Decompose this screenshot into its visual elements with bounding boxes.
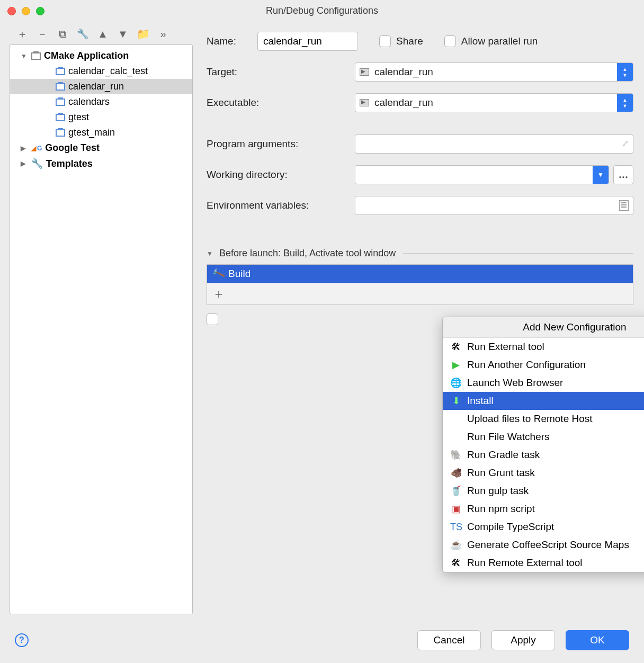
popup-item[interactable]: Run File Watchers <box>443 428 644 446</box>
popup-item[interactable]: ▶Run Another Configuration <box>443 356 644 374</box>
copy-config-button[interactable]: ⧉ <box>55 28 70 40</box>
tree-group-label: Google Test <box>45 142 100 154</box>
edit-defaults-button[interactable]: 🔧 <box>75 28 90 40</box>
executable-label: Executable: <box>207 97 355 109</box>
minimize-window-button[interactable] <box>22 7 30 15</box>
name-input[interactable] <box>257 32 358 51</box>
checkbox-icon[interactable] <box>207 313 218 325</box>
expand-arrow-icon[interactable] <box>21 52 28 60</box>
play-icon: ▶ <box>450 359 462 371</box>
googletest-icon: ◢G <box>31 145 42 152</box>
move-up-button[interactable]: ▲ <box>95 28 110 40</box>
popup-item[interactable]: 🐗Run Grunt task <box>443 464 644 482</box>
tree-item[interactable]: calendar_calc_test <box>10 64 192 79</box>
env-label: Environment variables: <box>207 200 355 211</box>
popup-item[interactable]: Upload files to Remote Host <box>443 410 644 428</box>
help-button[interactable]: ? <box>15 633 29 647</box>
dialog-content: ＋ － ⧉ 🔧 ▲ ▼ 📁 » CMake Application calend… <box>0 22 644 621</box>
add-config-button[interactable]: ＋ <box>15 28 30 40</box>
exe-icon <box>360 99 369 106</box>
sidebar: ＋ － ⧉ 🔧 ▲ ▼ 📁 » CMake Application calend… <box>0 22 196 621</box>
install-icon: ⬇ <box>450 395 462 407</box>
cmake-icon <box>56 68 65 75</box>
remove-config-button[interactable]: － <box>35 28 50 40</box>
folder-button[interactable]: 📁 <box>136 28 150 40</box>
collapse-arrow-icon[interactable] <box>207 250 214 257</box>
expand-icon[interactable]: ⤢ <box>622 138 629 148</box>
wrench-icon: 🛠 <box>450 342 462 353</box>
dialog-footer: ? Cancel Apply OK <box>0 621 644 663</box>
name-label: Name: <box>207 35 257 47</box>
args-input[interactable]: ⤢ <box>355 135 633 154</box>
before-launch-item-build[interactable]: 🔨 Build <box>207 265 633 283</box>
tree-item[interactable]: gtest <box>10 110 192 125</box>
window-controls <box>7 7 44 15</box>
popup-item[interactable]: 🛠Run External tool <box>443 338 644 356</box>
config-tree[interactable]: CMake Application calendar_calc_test cal… <box>10 44 193 614</box>
add-task-button[interactable]: ＋ <box>211 285 226 302</box>
executable-dropdown[interactable]: calendar_run ▲▼ <box>355 93 633 112</box>
target-label: Target: <box>207 66 355 78</box>
move-down-button[interactable]: ▼ <box>115 28 130 40</box>
tree-item[interactable]: gtest_main <box>10 125 192 140</box>
gradle-icon: 🐘 <box>450 449 462 461</box>
before-launch-toolbar: ＋ <box>207 283 633 304</box>
dropdown-arrow-icon: ▲▼ <box>617 63 633 81</box>
add-new-config-popup: Add New Configuration 🛠Run External tool… <box>442 317 644 572</box>
popup-item[interactable]: 🐘Run Gradle task <box>443 446 644 464</box>
cmake-icon <box>56 83 65 91</box>
tree-group-templates[interactable]: 🔧 Templates <box>10 156 192 172</box>
titlebar: Run/Debug Configurations <box>0 0 644 22</box>
before-launch-header: Before launch: Build, Activate tool wind… <box>219 248 396 259</box>
popup-item[interactable]: 🛠Run Remote External tool <box>443 554 644 572</box>
config-toolbar: ＋ － ⧉ 🔧 ▲ ▼ 📁 » <box>0 22 196 44</box>
window-title: Run/Debug Configurations <box>0 5 644 16</box>
list-icon[interactable] <box>619 200 629 211</box>
popup-item[interactable]: TSCompile TypeScript <box>443 518 644 536</box>
env-input[interactable] <box>355 196 633 215</box>
wd-input[interactable]: ▼ <box>355 165 609 184</box>
expand-arrow-icon[interactable] <box>21 145 28 152</box>
wrench-icon: 🛠 <box>450 558 462 569</box>
apply-button[interactable]: Apply <box>491 630 555 650</box>
tree-group-label: Templates <box>46 158 93 169</box>
before-launch-section: Before launch: Build, Activate tool wind… <box>207 248 633 325</box>
allow-parallel-checkbox[interactable]: Allow parallel run <box>444 35 538 47</box>
target-dropdown[interactable]: calendar_run ▲▼ <box>355 62 633 82</box>
target-icon <box>360 68 369 76</box>
more-toolbar-button[interactable]: » <box>156 28 171 40</box>
tree-group-cmake[interactable]: CMake Application <box>10 48 192 64</box>
tree-group-googletest[interactable]: ◢G Google Test <box>10 140 192 156</box>
wd-label: Working directory: <box>207 169 355 181</box>
expand-arrow-icon[interactable] <box>21 160 28 167</box>
args-label: Program arguments: <box>207 138 355 150</box>
tree-item-selected[interactable]: calendar_run <box>10 79 192 94</box>
popup-header: Add New Configuration <box>443 317 644 338</box>
ok-button[interactable]: OK <box>566 630 629 650</box>
before-launch-list: 🔨 Build ＋ <box>207 264 633 305</box>
maximize-window-button[interactable] <box>36 7 44 15</box>
cancel-button[interactable]: Cancel <box>417 630 481 650</box>
popup-item[interactable]: ☕Generate CoffeeScript Source Maps <box>443 536 644 554</box>
typescript-icon: TS <box>450 522 462 533</box>
popup-item-selected[interactable]: ⬇Install <box>443 392 644 410</box>
cmake-icon <box>56 98 65 106</box>
main-panel: Name: Share Allow parallel run Target: c… <box>196 22 644 621</box>
checkbox-icon <box>379 35 391 47</box>
cmake-icon <box>56 114 65 121</box>
popup-item[interactable]: 🥤Run gulp task <box>443 482 644 500</box>
hammer-icon: 🔨 <box>211 266 226 281</box>
browse-button[interactable]: … <box>613 165 633 184</box>
cmake-icon <box>31 52 41 60</box>
gulp-icon: 🥤 <box>450 485 462 497</box>
dropdown-arrow-icon: ▲▼ <box>617 94 633 112</box>
popup-item[interactable]: ▣Run npm script <box>443 500 644 518</box>
tree-item[interactable]: calendars <box>10 94 192 110</box>
checkbox-icon <box>444 35 456 47</box>
share-checkbox[interactable]: Share <box>379 35 423 47</box>
popup-item[interactable]: 🌐Launch Web Browser <box>443 374 644 392</box>
close-window-button[interactable] <box>7 7 16 15</box>
coffeescript-icon: ☕ <box>450 539 462 551</box>
globe-icon: 🌐 <box>450 377 462 389</box>
dropdown-arrow-icon: ▼ <box>593 166 609 184</box>
